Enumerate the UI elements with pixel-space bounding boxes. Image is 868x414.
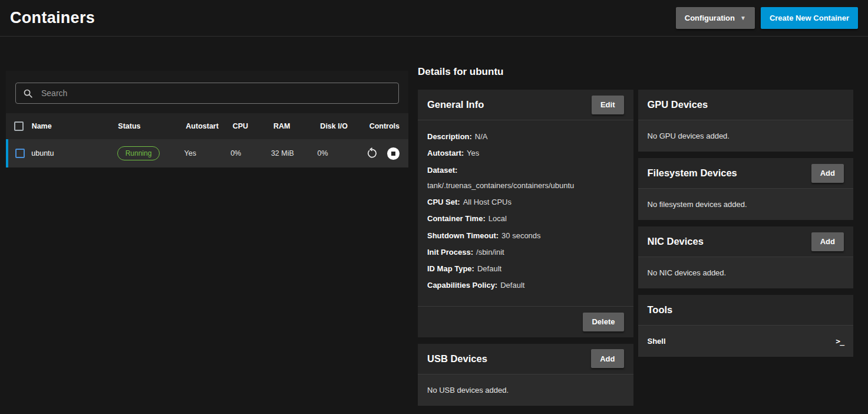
search-box[interactable] <box>15 83 399 104</box>
details-left-column: General Info Edit Description:N/A Autost… <box>418 90 633 406</box>
filesystem-devices-title: Filesystem Devices <box>648 167 737 179</box>
filesystem-devices-empty: No filesystem devices added. <box>638 189 854 220</box>
column-header-autostart[interactable]: Autostart <box>186 122 232 130</box>
field-autostart-label: Autostart: <box>427 149 464 157</box>
field-description-value: N/A <box>475 132 488 141</box>
containers-page: Containers Configuration ▼ Create New Co… <box>0 0 868 414</box>
column-header-ram[interactable]: RAM <box>273 122 320 130</box>
tools-card: Tools Shell >_ <box>638 295 854 357</box>
field-dataset-value: tank/.truenas_containers/containers/ubun… <box>427 181 574 190</box>
select-all-checkbox[interactable] <box>14 121 24 131</box>
container-name: ubuntu <box>31 149 117 157</box>
general-info-title: General Info <box>427 99 484 110</box>
table-row[interactable]: ubuntu Running Yes 0% 32 MiB 0% <box>6 139 408 167</box>
field-cpu-set-label: CPU Set: <box>427 198 460 206</box>
topbar-actions: Configuration ▼ Create New Container <box>676 7 858 29</box>
terminal-icon: >_ <box>836 337 844 346</box>
shell-tool-row[interactable]: Shell >_ <box>638 326 854 357</box>
edit-button[interactable]: Edit <box>592 96 624 114</box>
row-checkbox[interactable] <box>15 149 25 158</box>
stop-icon-square <box>391 152 395 156</box>
usb-add-button-label: Add <box>600 354 615 363</box>
field-dataset-label: Dataset: <box>427 166 621 175</box>
nic-add-button-label: Add <box>820 237 835 246</box>
search-section <box>6 71 408 113</box>
field-autostart: Autostart:Yes <box>427 149 624 158</box>
usb-add-button[interactable]: Add <box>591 349 623 368</box>
column-header-disk-io[interactable]: Disk I/O <box>320 122 369 130</box>
create-new-container-label: Create New Container <box>770 14 849 22</box>
top-bar: Containers Configuration ▼ Create New Co… <box>0 0 868 37</box>
filesystem-devices-header: Filesystem Devices Add <box>638 158 854 189</box>
table-header: Name Status Autostart CPU RAM Disk I/O C… <box>6 113 408 139</box>
column-header-controls-label: Controls <box>369 122 400 130</box>
field-shutdown-timeout-value: 30 seconds <box>501 231 541 240</box>
filesystem-add-button-label: Add <box>820 169 835 178</box>
general-info-footer: Delete <box>418 306 633 337</box>
gpu-devices-header: GPU Devices <box>638 90 854 120</box>
restart-button[interactable] <box>366 147 378 159</box>
field-init-process-value: /sbin/init <box>476 248 504 257</box>
column-header-cpu[interactable]: CPU <box>233 122 273 130</box>
nic-devices-title: NIC Devices <box>648 236 704 247</box>
page-title: Containers <box>10 9 95 27</box>
nic-devices-header: NIC Devices Add <box>638 226 854 257</box>
stop-button[interactable] <box>387 147 400 160</box>
usb-devices-card: USB Devices Add No USB devices added. <box>418 344 633 406</box>
field-init-process-label: Init Process: <box>427 248 473 257</box>
stop-icon <box>387 147 400 160</box>
field-autostart-value: Yes <box>467 149 479 157</box>
configuration-button-label: Configuration <box>685 14 735 22</box>
field-capabilities-policy-value: Default <box>500 281 524 290</box>
nic-devices-card: NIC Devices Add No NIC devices added. <box>638 226 854 288</box>
row-controls <box>366 147 408 160</box>
search-input[interactable] <box>40 88 391 98</box>
filesystem-add-button[interactable]: Add <box>811 164 844 183</box>
usb-devices-empty: No USB devices added. <box>418 374 633 406</box>
field-init-process: Init Process:/sbin/init <box>427 248 624 257</box>
chevron-down-icon: ▼ <box>740 15 746 21</box>
field-shutdown-timeout-label: Shutdown Timeout: <box>427 231 499 240</box>
field-description-label: Description: <box>427 132 472 141</box>
field-shutdown-timeout: Shutdown Timeout:30 seconds <box>427 231 624 241</box>
gpu-devices-card: GPU Devices No GPU devices added. <box>638 90 854 152</box>
field-container-time-value: Local <box>489 214 507 223</box>
container-status-cell: Running <box>117 146 184 160</box>
field-id-map-type-value: Default <box>477 264 501 273</box>
select-all-cell <box>6 121 32 131</box>
column-header-status[interactable]: Status <box>118 122 186 130</box>
create-new-container-button[interactable]: Create New Container <box>761 7 858 29</box>
field-dataset: Dataset:tank/.truenas_containers/contain… <box>427 166 624 191</box>
row-select-cell <box>8 149 31 158</box>
general-info-fields: Description:N/A Autostart:Yes Dataset:ta… <box>418 120 633 306</box>
field-id-map-type-label: ID Map Type: <box>427 264 474 273</box>
tools-title: Tools <box>648 304 673 316</box>
delete-button-label: Delete <box>592 317 615 326</box>
field-container-time: Container Time:Local <box>427 214 624 224</box>
gpu-devices-title: GPU Devices <box>648 99 708 110</box>
container-cpu: 0% <box>230 149 271 157</box>
restart-icon <box>366 147 378 159</box>
containers-list-panel: Name Status Autostart CPU RAM Disk I/O C… <box>6 71 408 167</box>
container-disk-io: 0% <box>317 149 366 157</box>
column-header-name[interactable]: Name <box>32 122 118 130</box>
field-capabilities-policy: Capabilities Policy:Default <box>427 281 624 290</box>
gpu-devices-empty: No GPU devices added. <box>638 120 854 152</box>
general-info-header: General Info Edit <box>418 90 633 120</box>
nic-add-button[interactable]: Add <box>811 232 844 251</box>
edit-button-label: Edit <box>600 100 615 109</box>
field-cpu-set: CPU Set:All Host CPUs <box>427 198 624 207</box>
details-title: Details for ubuntu <box>418 66 503 78</box>
nic-devices-empty: No NIC devices added. <box>638 257 854 288</box>
shell-label: Shell <box>648 337 666 346</box>
usb-devices-header: USB Devices Add <box>418 344 633 374</box>
details-area: General Info Edit Description:N/A Autost… <box>418 90 853 406</box>
container-autostart: Yes <box>184 149 231 157</box>
search-icon <box>23 88 33 98</box>
field-cpu-set-value: All Host CPUs <box>463 198 511 206</box>
tools-header: Tools <box>638 295 854 326</box>
delete-button[interactable]: Delete <box>583 313 623 331</box>
configuration-button[interactable]: Configuration ▼ <box>676 7 755 29</box>
container-ram: 32 MiB <box>271 149 318 157</box>
usb-devices-title: USB Devices <box>427 353 487 364</box>
